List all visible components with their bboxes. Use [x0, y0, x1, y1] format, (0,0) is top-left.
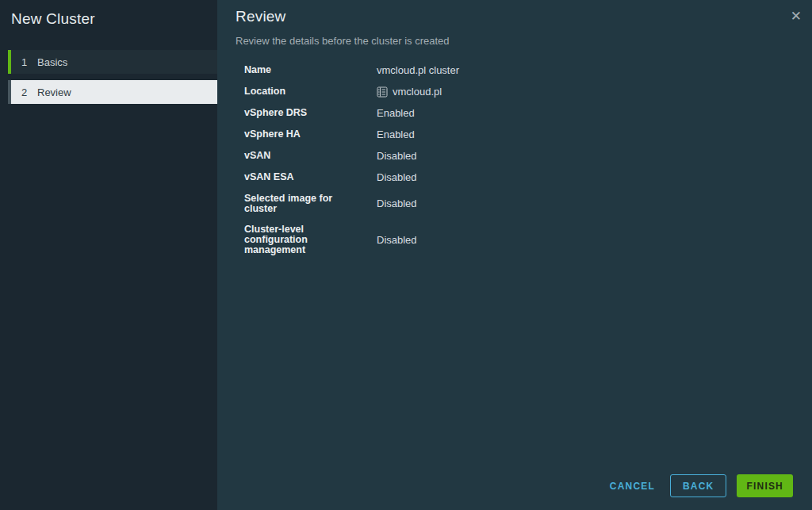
row-label: Location: [244, 86, 349, 98]
table-row: vSphere HA Enabled: [244, 129, 812, 140]
table-row: Name vmcloud.pl cluster: [244, 65, 812, 76]
wizard-step-review[interactable]: 2 Review: [0, 80, 217, 104]
dialog-title: New Cluster: [0, 0, 217, 28]
row-value: vmcloud.pl cluster: [377, 65, 459, 76]
vcenter-icon: [377, 86, 388, 98]
row-value: Disabled: [377, 172, 417, 183]
step-label: Basics: [37, 56, 67, 68]
row-label: Cluster-level configuration management: [244, 224, 349, 255]
table-row: vSphere DRS Enabled: [244, 108, 812, 119]
page-subtitle: Review the details before the cluster is…: [217, 25, 812, 47]
table-row: vSAN ESA Disabled: [244, 172, 812, 183]
row-label: Name: [244, 65, 349, 76]
page-title: Review: [217, 0, 812, 25]
wizard-steps: 1 Basics 2 Review: [0, 50, 217, 104]
row-value-text: vmcloud.pl: [393, 86, 442, 98]
row-value: Enabled: [377, 108, 415, 119]
row-label: vSphere DRS: [244, 108, 349, 119]
step-row: 2 Review: [11, 80, 217, 104]
row-value: Disabled: [377, 224, 417, 255]
new-cluster-dialog: New Cluster 1 Basics 2 Review ✕ Review R…: [0, 0, 812, 510]
table-row: Location vmcl: [244, 86, 812, 98]
review-details-table: Name vmcloud.pl cluster Location: [244, 65, 812, 255]
table-row: Selected image for cluster Disabled: [244, 194, 812, 214]
row-value: vmcloud.pl: [377, 86, 442, 98]
row-value: Enabled: [377, 129, 415, 140]
row-label: Selected image for cluster: [244, 194, 349, 214]
wizard-sidebar: New Cluster 1 Basics 2 Review: [0, 0, 217, 510]
step-label: Review: [37, 86, 71, 98]
cancel-button[interactable]: CANCEL: [605, 474, 660, 497]
step-number: 1: [21, 56, 37, 68]
finish-button[interactable]: FINISH: [737, 474, 793, 497]
back-button[interactable]: BACK: [670, 474, 726, 497]
step-row: 1 Basics: [11, 50, 217, 74]
row-label: vSAN ESA: [244, 172, 349, 183]
wizard-step-basics[interactable]: 1 Basics: [0, 50, 217, 74]
step-number: 2: [21, 86, 37, 98]
row-label: vSphere HA: [244, 129, 349, 140]
table-row: Cluster-level configuration management D…: [244, 224, 812, 255]
row-label: vSAN: [244, 151, 349, 162]
row-value: Disabled: [377, 194, 417, 214]
table-row: vSAN Disabled: [244, 151, 812, 162]
row-value: Disabled: [377, 151, 417, 162]
dialog-footer: CANCEL BACK FINISH: [605, 474, 793, 497]
close-icon[interactable]: ✕: [791, 10, 802, 23]
review-panel: ✕ Review Review the details before the c…: [217, 0, 812, 510]
